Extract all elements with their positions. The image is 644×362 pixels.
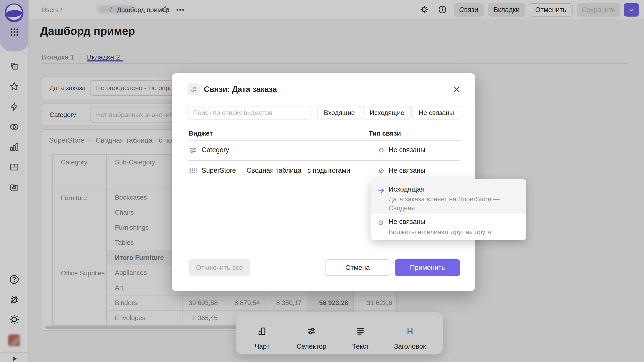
- sliders-icon: [189, 146, 197, 154]
- cancel-button[interactable]: Отмена: [325, 259, 390, 276]
- dropdown-item-outgoing[interactable]: Исходящая Дата заказа влияет на SuperSto…: [371, 179, 526, 214]
- list-divider: [189, 140, 460, 141]
- dropdown-item-desc: Виджеты не влияют друг на друга: [389, 227, 491, 236]
- apply-button[interactable]: Применить: [395, 259, 460, 276]
- widget-row-label: SuperStore — Сводная таблица - с подытог…: [202, 167, 350, 174]
- pivot-grid-icon: [189, 167, 197, 174]
- widget-search-input[interactable]: [188, 106, 311, 119]
- not-linked-icon: [378, 146, 385, 154]
- datalens-dashboard-editor: Users / / Дашборд пример ••• Связи В: [0, 0, 644, 362]
- not-linked-icon: [378, 167, 385, 174]
- filter-unlinked-button[interactable]: Не связаны: [412, 106, 460, 119]
- list-divider: [189, 160, 460, 161]
- disable-all-button[interactable]: Отключить все: [189, 259, 250, 276]
- filter-outgoing-button[interactable]: Исходящие: [363, 106, 411, 119]
- link-type-select-open[interactable]: Не связаны: [378, 167, 425, 174]
- column-header-link-type: Тип связи: [369, 130, 401, 137]
- link-type-value: Не связаны: [389, 167, 425, 174]
- link-type-value: Не связаны: [389, 146, 425, 154]
- close-icon[interactable]: [451, 84, 462, 95]
- arrow-right-icon: [377, 187, 385, 195]
- modal-title: Связи: Дата заказа: [204, 85, 277, 94]
- widget-row-label: Category: [202, 146, 229, 154]
- dropdown-item-desc: Сводная...: [389, 204, 420, 213]
- dropdown-item-title: Не связаны: [389, 218, 425, 226]
- dropdown-item-not-linked[interactable]: Не связаны Виджеты не влияют друг на дру…: [371, 214, 526, 240]
- dropdown-item-desc: Дата заказа влияет на SuperStore —: [389, 195, 499, 204]
- dropdown-item-title: Исходящая: [389, 186, 425, 193]
- filter-incoming-button[interactable]: Входящие: [317, 106, 361, 119]
- column-header-widget: Виджет: [189, 130, 213, 137]
- not-linked-icon: [377, 219, 385, 227]
- sliders-icon: [188, 83, 200, 95]
- link-type-dropdown: Исходящая Дата заказа влияет на SuperSto…: [371, 179, 526, 240]
- link-type-select[interactable]: Не связаны: [378, 146, 425, 154]
